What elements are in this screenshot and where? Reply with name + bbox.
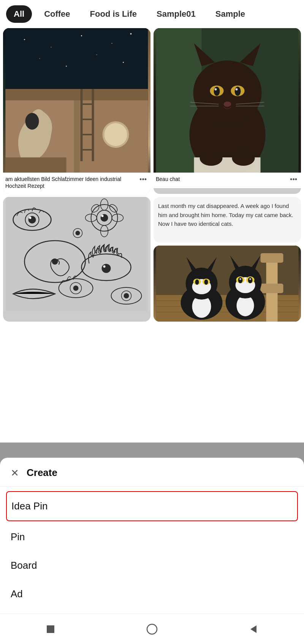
svg-point-47	[234, 153, 240, 158]
tab-sample01[interactable]: Sample01	[149, 5, 203, 23]
svg-point-11	[66, 66, 67, 67]
svg-point-105	[238, 277, 243, 283]
svg-point-45	[209, 152, 214, 157]
svg-point-34	[215, 88, 217, 90]
caption-2: Beau chat •••	[154, 173, 301, 188]
caption-1: am aktuellsten Bild Schlafzimmer Ideen i…	[3, 173, 150, 194]
svg-point-49	[247, 153, 253, 158]
svg-point-108	[249, 278, 251, 280]
svg-point-22	[104, 123, 127, 146]
svg-point-36	[224, 102, 231, 107]
svg-point-107	[239, 278, 241, 280]
right-column-bottom: Last month my cat disappeared. A week ag…	[154, 197, 301, 322]
svg-point-75	[73, 286, 79, 291]
back-triangle-icon	[248, 624, 259, 634]
menu-item-pin[interactable]: Pin	[0, 523, 304, 551]
svg-point-69	[102, 264, 111, 273]
svg-point-106	[248, 277, 253, 283]
svg-point-66	[52, 259, 58, 265]
svg-point-10	[40, 58, 40, 59]
close-icon[interactable]: ✕	[11, 468, 19, 478]
grid-item-5[interactable]	[154, 246, 301, 322]
more-button-2[interactable]: •••	[288, 176, 299, 184]
caption-text-2: Beau chat	[156, 176, 288, 182]
svg-point-32	[214, 87, 220, 96]
svg-point-64	[101, 215, 104, 217]
nav-square-button[interactable]	[45, 624, 56, 634]
svg-point-8	[112, 43, 112, 44]
svg-point-6	[51, 47, 52, 48]
grid-item-4[interactable]: Last month my cat disappeared. A week ag…	[154, 197, 301, 243]
create-menu: Idea Pin Pin Board Ad	[0, 487, 304, 611]
svg-rect-85	[261, 253, 283, 263]
filter-bar: All Coffee Food is Life Sample01 Sample	[0, 0, 304, 28]
svg-rect-109	[47, 625, 54, 633]
svg-point-110	[147, 624, 157, 634]
svg-point-9	[130, 33, 132, 35]
tab-sample[interactable]: Sample	[208, 5, 253, 23]
pin-grid: am aktuellsten Bild Schlafzimmer Ideen i…	[0, 28, 304, 325]
sheet-title: Create	[27, 467, 57, 479]
more-button-1[interactable]: •••	[138, 176, 148, 184]
circle-icon	[146, 623, 158, 635]
svg-point-12	[97, 54, 97, 55]
svg-point-96	[204, 279, 208, 285]
svg-point-48	[241, 152, 246, 157]
svg-point-14	[25, 113, 39, 130]
bottom-nav	[0, 614, 304, 644]
svg-point-54	[29, 217, 32, 219]
sheet-header: ✕ Create	[0, 458, 304, 487]
grid-item-3[interactable]	[3, 197, 150, 322]
tab-food-is-life[interactable]: Food is Life	[82, 5, 144, 23]
svg-point-27	[193, 60, 262, 125]
svg-point-44	[202, 153, 207, 158]
text-card: Last month my cat disappeared. A week ag…	[154, 197, 301, 243]
menu-item-ad[interactable]: Ad	[0, 580, 304, 608]
caption-text-1: am aktuellsten Bild Schlafzimmer Ideen i…	[5, 176, 138, 189]
svg-rect-2	[6, 89, 148, 100]
svg-point-46	[215, 153, 220, 158]
svg-point-95	[195, 279, 199, 285]
svg-point-72	[76, 231, 80, 235]
square-icon	[45, 624, 56, 634]
tab-coffee[interactable]: Coffee	[36, 5, 78, 23]
svg-marker-111	[250, 625, 256, 633]
svg-point-13	[123, 62, 124, 63]
svg-point-5	[24, 39, 25, 40]
svg-point-33	[235, 87, 241, 96]
svg-rect-86	[261, 284, 283, 293]
text-card-content: Last month my cat disappeared. A week ag…	[158, 201, 296, 228]
grid-item-2[interactable]: Beau chat •••	[154, 28, 301, 194]
grid-item-1[interactable]: am aktuellsten Bild Schlafzimmer Ideen i…	[3, 28, 150, 194]
menu-item-idea-pin[interactable]: Idea Pin	[6, 491, 298, 521]
svg-point-7	[81, 35, 82, 36]
menu-item-board[interactable]: Board	[0, 551, 304, 580]
svg-point-78	[124, 293, 129, 298]
nav-back-button[interactable]	[248, 624, 259, 634]
svg-rect-23	[6, 157, 66, 173]
nav-home-button[interactable]	[146, 623, 158, 635]
tab-all[interactable]: All	[6, 5, 32, 23]
svg-point-70	[103, 265, 106, 268]
svg-point-35	[236, 88, 238, 90]
